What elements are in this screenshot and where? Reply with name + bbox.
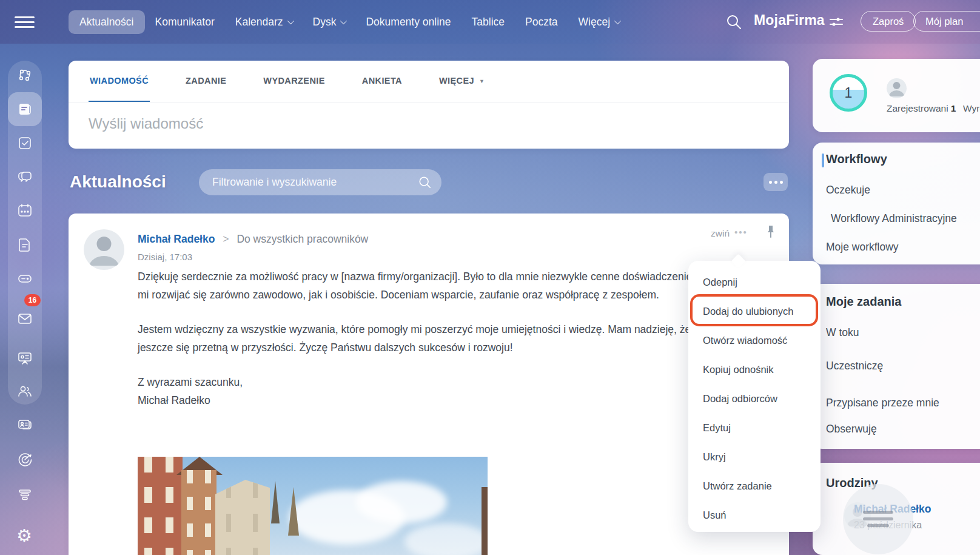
collapse-post-link[interactable]: zwiń [711, 228, 730, 239]
post-signature: Z wyrazami szacunku, [138, 374, 780, 392]
registration-widget: 1 Zarejestrowani1 Wyrejestrowani [813, 59, 980, 132]
my-tasks-title: Moje zadania [826, 295, 901, 309]
feed-header: Aktualności Filtrowanie i wyszukiwanie [69, 169, 789, 198]
employees-icon[interactable] [16, 383, 33, 400]
post-signature-name: Michał Radełko [138, 392, 780, 410]
news-feed-icon[interactable] [16, 101, 33, 118]
documents-icon[interactable] [16, 236, 33, 253]
church-spire [271, 481, 280, 523]
building [138, 457, 183, 555]
menu-item-dodaj-do-ulubionych[interactable]: Dodaj do ulubionych [688, 297, 821, 326]
composer-card: WIADOMOŚĆ ZADANIE WYDARZENIE ANKIETA WIĘ… [69, 61, 789, 149]
nav-item-aktualnosci[interactable]: Aktualności [69, 10, 145, 34]
tasks-icon[interactable] [16, 135, 33, 152]
my-tasks-widget: Moje zadania W toku Uczestniczę Przypisa… [813, 284, 980, 449]
post-photo[interactable] [138, 457, 488, 555]
composer-tabs: WIADOMOŚĆ ZADANIE WYDARZENIE ANKIETA WIĘ… [69, 61, 789, 103]
workspace-title[interactable]: MojaFirma [754, 12, 825, 29]
pin-icon[interactable] [765, 224, 777, 239]
filter-search-input[interactable]: Filtrowanie i wyszukiwanie [199, 169, 441, 195]
hamburger-menu-icon[interactable] [15, 13, 35, 29]
post-author-link[interactable]: Michał Radełko [138, 233, 215, 245]
workflow-item-oczekuje[interactable]: Oczekuje [826, 184, 870, 197]
left-icon-rail: 16 ⚙ [0, 44, 50, 555]
top-bar: Aktualności Komunikator Kalendarz Dysk D… [0, 0, 980, 44]
chevron-down-icon [340, 18, 347, 24]
menu-item-ukryj[interactable]: Ukryj [688, 442, 821, 471]
filter-placeholder: Filtrowanie i wyszukiwanie [212, 176, 418, 189]
nav-item-poczta[interactable]: Poczta [515, 11, 568, 33]
author-avatar[interactable] [84, 229, 124, 270]
unregistered-label[interactable]: Wyrejestrowani [963, 103, 980, 114]
post-paragraph: Dziękuję serdecznie za możliwość pracy w… [138, 268, 780, 304]
settings-gear-icon[interactable]: ⚙ [16, 527, 33, 544]
task-item-przypisane[interactable]: Przypisane przeze mnie [826, 397, 939, 409]
task-item-obserwuje[interactable]: Obserwuję [826, 423, 877, 436]
building [482, 487, 488, 555]
marketing-icon[interactable] [16, 451, 33, 468]
boards-icon[interactable] [16, 349, 33, 366]
sales-funnel-icon[interactable] [16, 486, 33, 503]
post-menu-button[interactable]: ••• [734, 227, 748, 237]
menu-item-dodaj-odbiorcow[interactable]: Dodaj odbiorców [688, 384, 821, 413]
search-icon[interactable] [726, 14, 742, 30]
mail-unread-badge: 16 [24, 294, 41, 306]
page-title: Aktualności [70, 172, 166, 192]
top-navigation: Aktualności Komunikator Kalendarz Dysk D… [69, 0, 629, 44]
menu-item-edytuj[interactable]: Edytuj [688, 413, 821, 442]
copilot-icon[interactable] [16, 67, 33, 84]
workflow-item-administracyjne[interactable]: Workflowy Administracyjne [831, 212, 957, 225]
tab-wydarzenie[interactable]: WYDARZENIE [262, 61, 326, 102]
menu-item-utworz-zadanie[interactable]: Utwórz zadanie [688, 471, 821, 500]
registered-count-gauge[interactable]: 1 [830, 74, 867, 112]
messenger-icon[interactable] [16, 169, 33, 186]
post-context-menu: Odepnij Dodaj do ulubionych Otwórz wiado… [688, 261, 821, 532]
menu-item-kopiuj-odnosnik[interactable]: Kopiuj odnośnik [688, 355, 821, 384]
workspace-settings-icon[interactable] [830, 15, 843, 29]
menu-item-otworz-wiadomosc[interactable]: Otwórz wiadomość [688, 326, 821, 355]
tab-wiadomosc[interactable]: WIADOMOŚĆ [89, 61, 150, 102]
section-accent-bar [822, 153, 824, 167]
floating-widget-button[interactable] [843, 484, 913, 554]
post-timestamp: Dzisiaj, 17:03 [138, 252, 192, 262]
drive-icon[interactable] [16, 270, 33, 287]
invite-button[interactable]: Zaproś [861, 11, 916, 32]
tab-ankieta[interactable]: ANKIETA [361, 61, 403, 102]
task-item-w-toku[interactable]: W toku [826, 326, 859, 339]
nav-item-komunikator[interactable]: Komunikator [145, 11, 225, 33]
my-plan-button[interactable]: Mój plan [913, 11, 980, 32]
calendar-icon[interactable] [16, 202, 33, 219]
crm-icon[interactable] [16, 416, 33, 433]
workflows-title: Workflowy [826, 152, 887, 166]
menu-item-odepnij[interactable]: Odepnij [688, 267, 821, 297]
nav-item-tablice[interactable]: Tablice [461, 11, 515, 33]
breadcrumb-arrow: > [223, 233, 229, 245]
workflow-item-moje[interactable]: Moje workflowy [826, 241, 899, 254]
registered-label[interactable]: Zarejestrowani1 [887, 103, 956, 114]
registered-user-avatar[interactable] [887, 78, 907, 98]
nav-item-wiecej[interactable]: Więcej [568, 11, 630, 33]
chevron-down-icon [287, 18, 294, 24]
caret-down-icon: ▼ [479, 78, 485, 84]
nav-item-dokumenty-online[interactable]: Dokumenty online [355, 11, 461, 33]
post-paragraph: Jestem wdzięczny za wszystkie wyzwania, … [138, 321, 780, 357]
search-icon[interactable] [418, 176, 432, 189]
feed-options-button[interactable] [764, 173, 788, 191]
tab-wiecej[interactable]: WIĘCEJ▼ [438, 61, 486, 102]
building [215, 480, 270, 555]
post-text: Dziękuję serdecznie za możliwość pracy w… [138, 268, 780, 409]
nav-item-kalendarz[interactable]: Kalendarz [225, 11, 303, 33]
task-item-uczestnicze[interactable]: Uczestniczę [826, 360, 883, 372]
building [181, 470, 216, 555]
mail-icon[interactable] [16, 310, 33, 327]
chevron-down-icon [614, 18, 621, 24]
workflows-widget: Workflowy Oczekuje Workflowy Administrac… [813, 143, 980, 264]
feed-post: Michał Radełko > Do wszystkich pracownik… [69, 214, 789, 555]
menu-item-usun[interactable]: Usuń [688, 500, 821, 530]
post-audience-link[interactable]: Do wszystkich pracowników [237, 233, 368, 245]
message-input[interactable]: Wyślij wiadomość [89, 115, 756, 132]
tab-zadanie[interactable]: ZADANIE [184, 61, 227, 102]
nav-item-dysk[interactable]: Dysk [303, 11, 356, 33]
